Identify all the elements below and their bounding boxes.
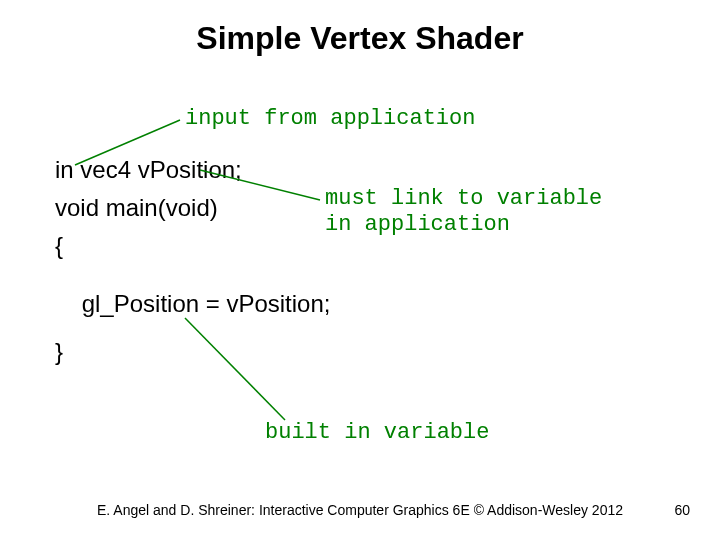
code-line-3: { (55, 232, 63, 260)
code-line-5: } (55, 338, 63, 366)
annotation-input-from-app: input from application (185, 106, 475, 131)
annotation-lines (0, 0, 720, 540)
footer-citation: E. Angel and D. Shreiner: Interactive Co… (0, 502, 720, 518)
annotation-must-link-line2: in application (325, 212, 510, 237)
code-line-4: gl_Position = vPosition; (55, 290, 330, 318)
svg-line-2 (185, 318, 285, 420)
slide-title: Simple Vertex Shader (0, 20, 720, 57)
page-number: 60 (674, 502, 690, 518)
code-line-2: void main(void) (55, 194, 218, 222)
code-line-1: in vec4 vPosition; (55, 156, 242, 184)
annotation-built-in-variable: built in variable (265, 420, 489, 445)
annotation-must-link-line1: must link to variable (325, 186, 602, 211)
